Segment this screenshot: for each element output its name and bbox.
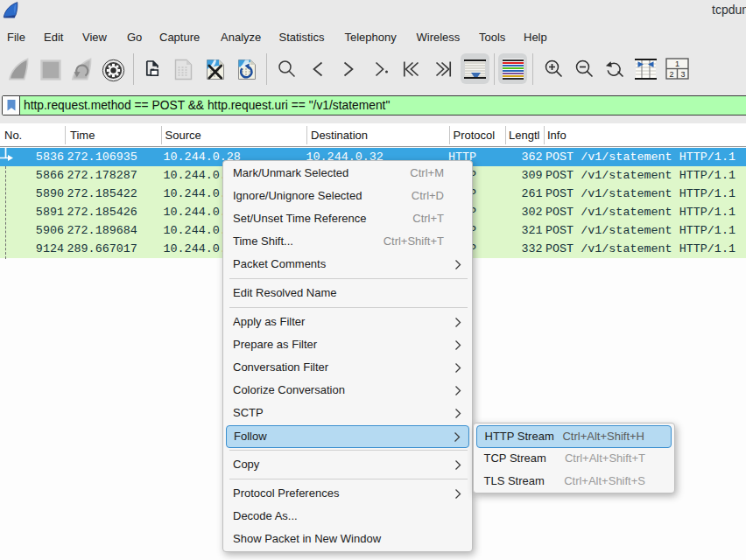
svg-text:2: 2	[669, 70, 673, 79]
svg-text:3: 3	[680, 70, 685, 79]
svg-text:1: 1	[675, 60, 679, 68]
